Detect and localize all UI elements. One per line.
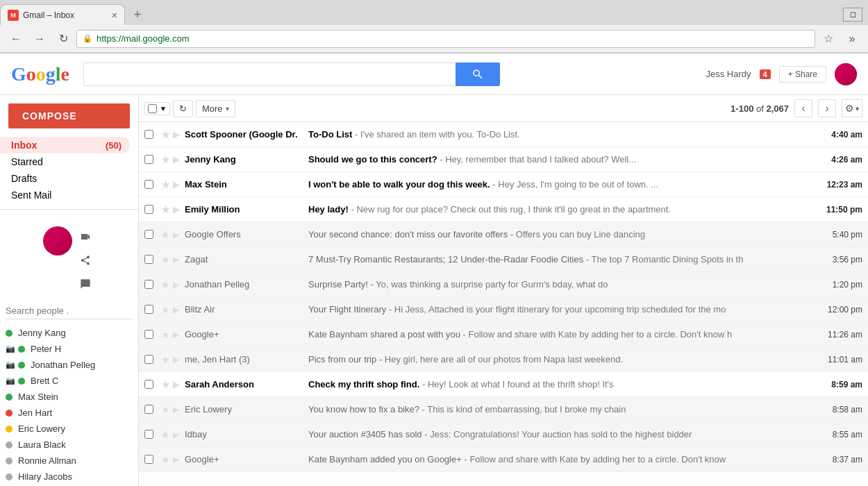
window-maximize-button[interactable]: ☐ bbox=[843, 8, 862, 22]
email-checkbox[interactable] bbox=[144, 430, 153, 439]
email-important-marker[interactable]: ▶ bbox=[173, 430, 179, 439]
share-contact-button[interactable] bbox=[75, 250, 96, 271]
email-checkbox[interactable] bbox=[144, 130, 153, 139]
email-checkbox[interactable] bbox=[144, 180, 153, 189]
email-star-button[interactable]: ★ bbox=[161, 254, 170, 265]
email-row[interactable]: ★ ▶ Max Stein I won't be able to walk yo… bbox=[139, 172, 868, 197]
email-checkbox[interactable] bbox=[144, 205, 153, 214]
notification-badge[interactable]: 4 bbox=[760, 69, 771, 79]
sidebar-item-sent[interactable]: Sent Mail bbox=[0, 187, 130, 203]
email-star-button[interactable]: ★ bbox=[161, 229, 170, 240]
email-important-marker[interactable]: ▶ bbox=[173, 280, 179, 290]
address-bar[interactable]: 🔒 https://mail.google.com bbox=[76, 30, 815, 48]
email-row[interactable]: ★ ▶ Google+ Kate Baynham added you on Go… bbox=[139, 447, 868, 472]
bookmark-button[interactable]: ☆ bbox=[818, 30, 839, 48]
email-row[interactable]: ★ ▶ me, Jen Hart (3) Pics from our trip … bbox=[139, 347, 868, 372]
email-star-button[interactable]: ★ bbox=[161, 279, 170, 290]
contact-item[interactable]: 📷 Peter H bbox=[0, 341, 138, 357]
email-star-button[interactable]: ★ bbox=[161, 129, 170, 140]
email-row[interactable]: ★ ▶ Google Offers Your second chance: do… bbox=[139, 222, 868, 247]
compose-button[interactable]: COMPOSE bbox=[8, 103, 130, 128]
email-important-marker[interactable]: ▶ bbox=[173, 155, 179, 165]
email-star-button[interactable]: ★ bbox=[161, 404, 170, 415]
email-important-marker[interactable]: ▶ bbox=[173, 355, 179, 364]
sidebar-item-inbox[interactable]: Inbox (50) bbox=[0, 137, 130, 153]
email-important-marker[interactable]: ▶ bbox=[173, 230, 179, 240]
email-important-marker[interactable]: ▶ bbox=[173, 205, 179, 215]
email-row[interactable]: ★ ▶ Emily Million Hey lady! - New rug fo… bbox=[139, 197, 868, 222]
select-all-checkbox[interactable] bbox=[148, 104, 157, 113]
email-star-button[interactable]: ★ bbox=[161, 304, 170, 315]
contact-item[interactable]: Max Stein bbox=[0, 389, 138, 405]
email-important-marker[interactable]: ▶ bbox=[173, 180, 179, 190]
extensions-button[interactable]: » bbox=[842, 30, 862, 48]
select-dropdown[interactable]: ▼ bbox=[144, 102, 170, 115]
email-checkbox[interactable] bbox=[144, 280, 153, 289]
email-checkbox[interactable] bbox=[144, 380, 153, 389]
email-row[interactable]: ★ ▶ Jenny Kang Should we go to this conc… bbox=[139, 147, 868, 172]
email-checkbox[interactable] bbox=[144, 255, 153, 264]
sidebar-item-drafts[interactable]: Drafts bbox=[0, 170, 130, 187]
next-page-button[interactable]: › bbox=[818, 99, 836, 117]
contact-item[interactable]: Laura Black bbox=[0, 437, 138, 453]
video-call-button[interactable] bbox=[75, 226, 96, 247]
email-star-button[interactable]: ★ bbox=[161, 204, 170, 215]
email-row[interactable]: ★ ▶ Zagat 7 Must-Try Romantic Restaurant… bbox=[139, 247, 868, 272]
contact-item[interactable]: Eric Lowery bbox=[0, 421, 138, 437]
contact-item[interactable]: 📷 Brett C bbox=[0, 373, 138, 389]
contact-item[interactable]: Ronnie Allman bbox=[0, 453, 138, 469]
email-checkbox[interactable] bbox=[144, 155, 153, 164]
settings-button[interactable]: ⚙ ▾ bbox=[842, 99, 862, 117]
chat-button[interactable] bbox=[75, 274, 96, 294]
browser-tab[interactable]: M Gmail – Inbox × bbox=[0, 4, 125, 25]
email-important-marker[interactable]: ▶ bbox=[173, 380, 179, 389]
email-sender: Max Stein bbox=[185, 179, 303, 190]
reload-button[interactable]: ↻ bbox=[53, 30, 74, 48]
email-star-button[interactable]: ★ bbox=[161, 454, 170, 465]
email-important-marker[interactable]: ▶ bbox=[173, 455, 179, 464]
share-button[interactable]: + Share bbox=[779, 66, 826, 83]
email-star-button[interactable]: ★ bbox=[161, 429, 170, 440]
email-row[interactable]: ★ ▶ Blitz Air Your Flight Itinerary - Hi… bbox=[139, 297, 868, 322]
search-people-input[interactable] bbox=[6, 303, 133, 319]
email-row[interactable]: ★ ▶ Jonathan Pelleg Surprise Party! - Yo… bbox=[139, 272, 868, 297]
email-checkbox[interactable] bbox=[144, 305, 153, 314]
email-important-marker[interactable]: ▶ bbox=[173, 130, 179, 140]
email-star-button[interactable]: ★ bbox=[161, 154, 170, 165]
prev-page-button[interactable]: ‹ bbox=[794, 99, 812, 117]
contact-item[interactable]: 📷 Jonathan Pelleg bbox=[0, 357, 138, 373]
email-important-marker[interactable]: ▶ bbox=[173, 330, 179, 340]
select-arrow-icon[interactable]: ▼ bbox=[160, 105, 167, 112]
back-button[interactable]: ← bbox=[6, 30, 26, 48]
tab-close-button[interactable]: × bbox=[112, 10, 117, 21]
sidebar-item-starred[interactable]: Starred bbox=[0, 153, 130, 170]
user-avatar[interactable] bbox=[835, 63, 857, 85]
email-checkbox[interactable] bbox=[144, 405, 153, 414]
search-input[interactable] bbox=[83, 62, 456, 86]
email-important-marker[interactable]: ▶ bbox=[173, 305, 179, 315]
email-checkbox[interactable] bbox=[144, 230, 153, 239]
search-container bbox=[83, 62, 500, 86]
email-row[interactable]: ★ ▶ Scott Spooner (Google Dr. To-Do List… bbox=[139, 122, 868, 147]
email-checkbox[interactable] bbox=[144, 330, 153, 339]
email-important-marker[interactable]: ▶ bbox=[173, 405, 179, 414]
refresh-button[interactable]: ↻ bbox=[173, 100, 193, 117]
email-checkbox[interactable] bbox=[144, 355, 153, 364]
email-star-button[interactable]: ★ bbox=[161, 179, 170, 190]
email-row[interactable]: ★ ▶ Sarah Anderson Check my thrift shop … bbox=[139, 372, 868, 397]
email-star-button[interactable]: ★ bbox=[161, 354, 170, 365]
email-checkbox[interactable] bbox=[144, 455, 153, 464]
email-star-button[interactable]: ★ bbox=[161, 329, 170, 340]
email-row[interactable]: ★ ▶ Eric Lowery You know how to fix a bi… bbox=[139, 397, 868, 422]
search-button[interactable] bbox=[456, 62, 500, 86]
contact-item[interactable]: Hilary Jacobs bbox=[0, 469, 138, 485]
contact-item[interactable]: Jen Hart bbox=[0, 405, 138, 421]
contact-item[interactable]: Jenny Kang bbox=[0, 325, 138, 341]
email-row[interactable]: ★ ▶ Idbay Your auction #3405 has sold - … bbox=[139, 422, 868, 447]
email-row[interactable]: ★ ▶ Google+ Kate Baynham shared a post w… bbox=[139, 322, 868, 347]
forward-button[interactable]: → bbox=[29, 30, 50, 48]
email-star-button[interactable]: ★ bbox=[161, 379, 170, 390]
new-tab-button[interactable]: + bbox=[128, 5, 147, 24]
more-button[interactable]: More ▾ bbox=[196, 100, 235, 117]
email-important-marker[interactable]: ▶ bbox=[173, 255, 179, 265]
